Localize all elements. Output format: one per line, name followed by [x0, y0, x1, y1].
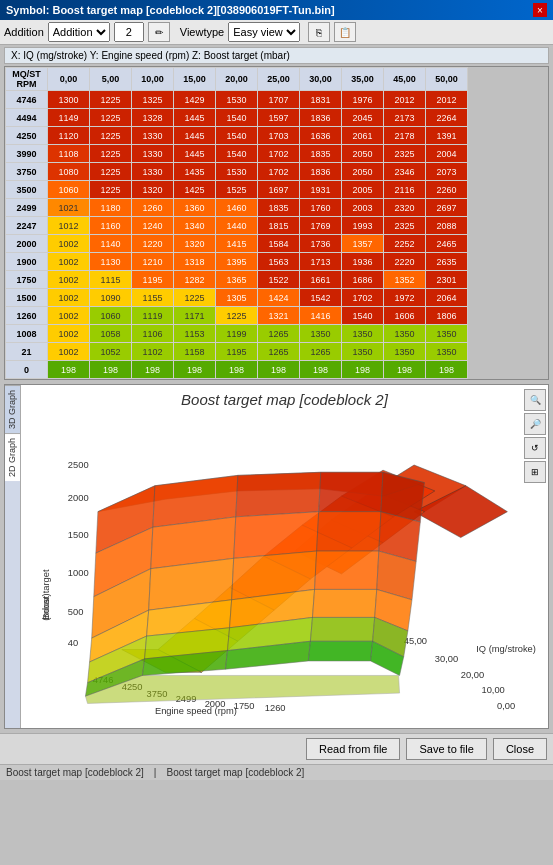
- cell-13-2[interactable]: 1106: [132, 325, 174, 343]
- cell-12-9[interactable]: 1806: [426, 307, 468, 325]
- cell-8-3[interactable]: 1320: [174, 235, 216, 253]
- cell-7-6[interactable]: 1769: [300, 217, 342, 235]
- cell-14-6[interactable]: 1265: [300, 343, 342, 361]
- cell-13-3[interactable]: 1153: [174, 325, 216, 343]
- cell-11-6[interactable]: 1542: [300, 289, 342, 307]
- cell-1-0[interactable]: 1149: [48, 109, 90, 127]
- cell-3-0[interactable]: 1108: [48, 145, 90, 163]
- cell-0-6[interactable]: 1831: [300, 91, 342, 109]
- reset-icon[interactable]: ⊞: [524, 461, 546, 483]
- rotate-icon[interactable]: ↺: [524, 437, 546, 459]
- cell-12-4[interactable]: 1225: [216, 307, 258, 325]
- cell-5-6[interactable]: 1931: [300, 181, 342, 199]
- cell-4-8[interactable]: 2346: [384, 163, 426, 181]
- cell-13-1[interactable]: 1058: [90, 325, 132, 343]
- close-window-button[interactable]: ×: [533, 3, 547, 17]
- cell-0-1[interactable]: 1225: [90, 91, 132, 109]
- cell-6-7[interactable]: 2003: [342, 199, 384, 217]
- cell-7-9[interactable]: 2088: [426, 217, 468, 235]
- cell-4-1[interactable]: 1225: [90, 163, 132, 181]
- cell-11-0[interactable]: 1002: [48, 289, 90, 307]
- cell-15-5[interactable]: 198: [258, 361, 300, 379]
- cell-14-0[interactable]: 1002: [48, 343, 90, 361]
- cell-10-9[interactable]: 2301: [426, 271, 468, 289]
- cell-10-8[interactable]: 1352: [384, 271, 426, 289]
- cell-1-4[interactable]: 1540: [216, 109, 258, 127]
- cell-13-5[interactable]: 1265: [258, 325, 300, 343]
- cell-3-6[interactable]: 1835: [300, 145, 342, 163]
- cell-0-2[interactable]: 1325: [132, 91, 174, 109]
- cell-15-7[interactable]: 198: [342, 361, 384, 379]
- cell-8-9[interactable]: 2465: [426, 235, 468, 253]
- cell-15-3[interactable]: 198: [174, 361, 216, 379]
- tab-2d-graph[interactable]: 2D Graph: [5, 433, 20, 481]
- cell-4-6[interactable]: 1836: [300, 163, 342, 181]
- cell-10-7[interactable]: 1686: [342, 271, 384, 289]
- cell-6-4[interactable]: 1460: [216, 199, 258, 217]
- cell-7-7[interactable]: 1993: [342, 217, 384, 235]
- cell-14-4[interactable]: 1195: [216, 343, 258, 361]
- cell-5-1[interactable]: 1225: [90, 181, 132, 199]
- cell-2-9[interactable]: 1391: [426, 127, 468, 145]
- cell-5-4[interactable]: 1525: [216, 181, 258, 199]
- cell-14-5[interactable]: 1265: [258, 343, 300, 361]
- viewtype-select[interactable]: Easy view: [228, 22, 300, 42]
- cell-4-7[interactable]: 2050: [342, 163, 384, 181]
- cell-0-8[interactable]: 2012: [384, 91, 426, 109]
- cell-6-5[interactable]: 1835: [258, 199, 300, 217]
- cell-14-8[interactable]: 1350: [384, 343, 426, 361]
- zoom-in-icon[interactable]: 🔍: [524, 389, 546, 411]
- cell-10-6[interactable]: 1661: [300, 271, 342, 289]
- cell-12-5[interactable]: 1321: [258, 307, 300, 325]
- cell-8-1[interactable]: 1140: [90, 235, 132, 253]
- cell-3-8[interactable]: 2325: [384, 145, 426, 163]
- cell-4-3[interactable]: 1435: [174, 163, 216, 181]
- cell-9-6[interactable]: 1713: [300, 253, 342, 271]
- cell-12-1[interactable]: 1060: [90, 307, 132, 325]
- cell-9-5[interactable]: 1563: [258, 253, 300, 271]
- cell-5-9[interactable]: 2260: [426, 181, 468, 199]
- cell-12-6[interactable]: 1416: [300, 307, 342, 325]
- cell-8-4[interactable]: 1415: [216, 235, 258, 253]
- cell-14-3[interactable]: 1158: [174, 343, 216, 361]
- cell-1-3[interactable]: 1445: [174, 109, 216, 127]
- cell-2-4[interactable]: 1540: [216, 127, 258, 145]
- cell-9-3[interactable]: 1318: [174, 253, 216, 271]
- addition-select[interactable]: Addition: [48, 22, 110, 42]
- cell-7-3[interactable]: 1340: [174, 217, 216, 235]
- cell-1-5[interactable]: 1597: [258, 109, 300, 127]
- cell-15-4[interactable]: 198: [216, 361, 258, 379]
- cell-4-4[interactable]: 1530: [216, 163, 258, 181]
- cell-4-5[interactable]: 1702: [258, 163, 300, 181]
- cell-8-0[interactable]: 1002: [48, 235, 90, 253]
- cell-5-5[interactable]: 1697: [258, 181, 300, 199]
- cell-7-1[interactable]: 1160: [90, 217, 132, 235]
- cell-1-6[interactable]: 1836: [300, 109, 342, 127]
- cell-7-4[interactable]: 1440: [216, 217, 258, 235]
- cell-3-2[interactable]: 1330: [132, 145, 174, 163]
- cell-6-2[interactable]: 1260: [132, 199, 174, 217]
- cell-15-6[interactable]: 198: [300, 361, 342, 379]
- cell-8-6[interactable]: 1736: [300, 235, 342, 253]
- cell-0-3[interactable]: 1429: [174, 91, 216, 109]
- cell-11-9[interactable]: 2064: [426, 289, 468, 307]
- cell-13-6[interactable]: 1350: [300, 325, 342, 343]
- cell-11-2[interactable]: 1155: [132, 289, 174, 307]
- copy-icon[interactable]: ⎘: [308, 22, 330, 42]
- cell-6-1[interactable]: 1180: [90, 199, 132, 217]
- cell-12-0[interactable]: 1002: [48, 307, 90, 325]
- cell-11-5[interactable]: 1424: [258, 289, 300, 307]
- cell-2-5[interactable]: 1703: [258, 127, 300, 145]
- cell-0-5[interactable]: 1707: [258, 91, 300, 109]
- cell-10-4[interactable]: 1365: [216, 271, 258, 289]
- cell-15-8[interactable]: 198: [384, 361, 426, 379]
- cell-9-1[interactable]: 1130: [90, 253, 132, 271]
- cell-14-7[interactable]: 1350: [342, 343, 384, 361]
- cell-1-9[interactable]: 2264: [426, 109, 468, 127]
- cell-2-0[interactable]: 1120: [48, 127, 90, 145]
- cell-11-7[interactable]: 1702: [342, 289, 384, 307]
- cell-15-2[interactable]: 198: [132, 361, 174, 379]
- cell-1-1[interactable]: 1225: [90, 109, 132, 127]
- cell-8-8[interactable]: 2252: [384, 235, 426, 253]
- cell-12-8[interactable]: 1606: [384, 307, 426, 325]
